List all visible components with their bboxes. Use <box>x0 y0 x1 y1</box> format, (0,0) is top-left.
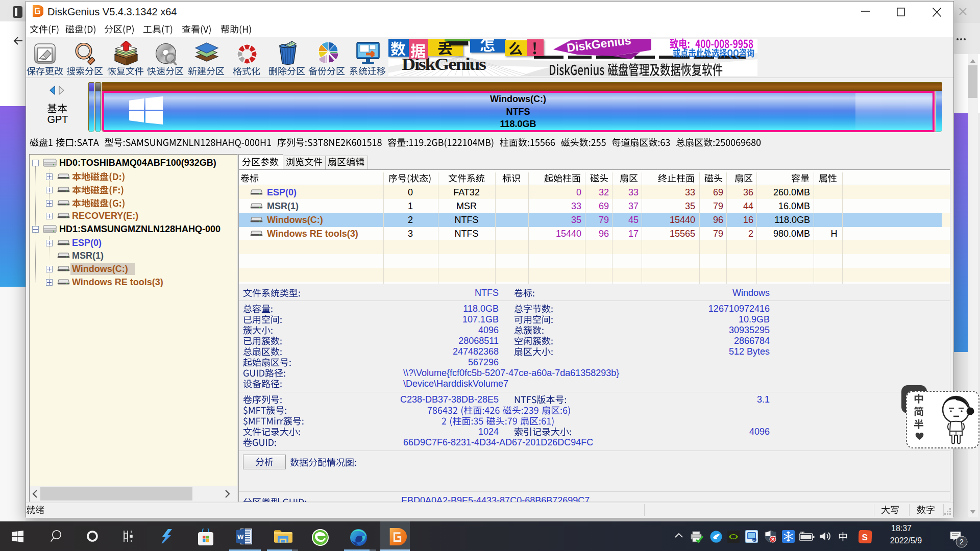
svg-text:in: in <box>753 539 755 542</box>
svg-text:S: S <box>862 533 868 542</box>
svg-text:2: 2 <box>960 538 964 546</box>
svg-text:W: W <box>237 533 244 541</box>
